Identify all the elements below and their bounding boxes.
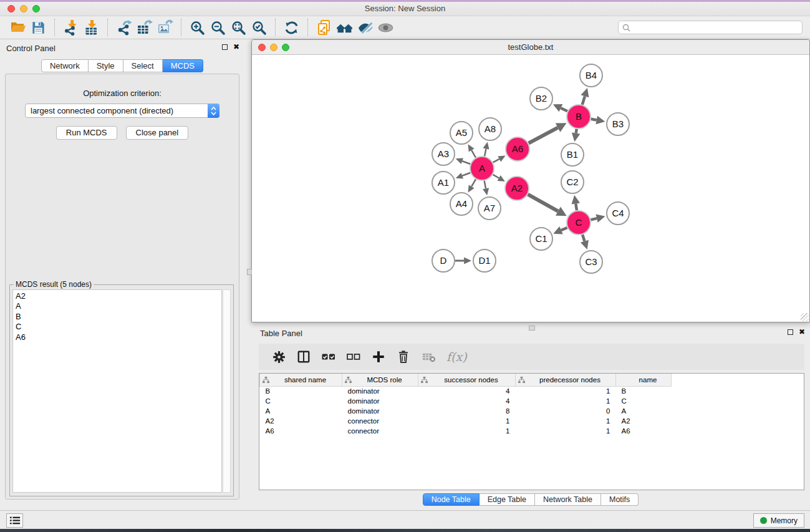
hide-network-icon[interactable] <box>355 18 375 37</box>
tab-mcds[interactable]: MCDS <box>163 59 203 72</box>
column-header-successor-nodes[interactable]: successor nodes <box>418 374 516 386</box>
cell-shared-name[interactable]: B <box>260 386 342 396</box>
cell-mcds-role[interactable]: dominator <box>342 396 418 406</box>
cell-predecessor-nodes[interactable]: 1 <box>516 396 616 406</box>
minimize-window-button[interactable] <box>20 5 27 12</box>
cell-shared-name[interactable]: A <box>260 406 342 416</box>
create-new-column-icon[interactable] <box>370 349 387 365</box>
graph-edge-B-B2[interactable] <box>561 108 567 111</box>
show-network-icon[interactable] <box>375 18 396 37</box>
cell-name[interactable]: A <box>616 406 672 416</box>
export-image-icon[interactable] <box>155 18 175 37</box>
graph-edge-C-C1[interactable] <box>561 228 567 230</box>
zoom-window-button[interactable] <box>282 44 289 51</box>
cell-successor-nodes[interactable]: 1 <box>418 426 516 436</box>
cell-name[interactable]: C <box>616 396 672 406</box>
zoom-fit-icon[interactable] <box>228 18 249 37</box>
tab-motifs[interactable]: Motifs <box>601 493 639 506</box>
close-panel-button[interactable]: Close panel <box>126 126 189 140</box>
graph-edge-A6-B[interactable] <box>529 128 558 143</box>
export-table-icon[interactable] <box>134 18 155 37</box>
select-all-columns-icon[interactable] <box>321 349 337 365</box>
float-panel-icon[interactable] <box>222 44 228 50</box>
import-table-icon[interactable] <box>81 18 102 37</box>
vertical-splitter-handle[interactable] <box>247 269 252 275</box>
graph-edge-A-A2[interactable] <box>493 175 499 178</box>
float-panel-icon[interactable] <box>788 329 793 335</box>
table-row-a6[interactable]: A6connector11A6 <box>260 426 672 436</box>
show-all-networks-icon[interactable] <box>334 18 355 37</box>
network-window-titlebar[interactable]: testGlobe.txt <box>252 40 809 55</box>
cell-successor-nodes[interactable]: 4 <box>418 386 516 396</box>
cell-successor-nodes[interactable]: 4 <box>418 396 516 406</box>
settings-gear-icon[interactable] <box>271 349 287 365</box>
graph-edge-A-A4[interactable] <box>471 179 476 186</box>
cell-name[interactable]: A6 <box>616 426 672 436</box>
criterion-select[interactable]: largest connected component (directed) <box>25 104 219 118</box>
delete-columns-icon[interactable] <box>395 349 412 365</box>
tab-select[interactable]: Select <box>123 59 163 72</box>
tab-style[interactable]: Style <box>89 59 123 72</box>
column-header-mcds-role[interactable]: MCDS role <box>342 374 418 386</box>
graph-edge-C-C4[interactable] <box>591 218 597 220</box>
cell-shared-name[interactable]: C <box>260 396 342 406</box>
cell-mcds-role[interactable]: dominator <box>342 386 418 396</box>
graph-edge-A-A7[interactable] <box>485 181 486 189</box>
close-window-button[interactable] <box>258 44 266 51</box>
cell-mcds-role[interactable]: connector <box>342 426 418 436</box>
graph-edge-A-A6[interactable] <box>493 159 499 163</box>
import-network-icon[interactable] <box>60 18 81 37</box>
graph-edge-A2-C[interactable] <box>528 195 557 211</box>
graph-edge-B-B3[interactable] <box>591 119 597 120</box>
search-field[interactable] <box>618 21 803 34</box>
table-row-c[interactable]: Cdominator41C <box>260 396 672 406</box>
cell-predecessor-nodes[interactable]: 1 <box>516 426 616 436</box>
open-session-icon[interactable] <box>7 18 28 37</box>
zoom-out-icon[interactable] <box>208 18 228 37</box>
graph-edge-B-B4[interactable] <box>582 96 585 105</box>
run-mcds-button[interactable]: Run MCDS <box>56 126 117 140</box>
table-row-a[interactable]: Adominator80A <box>260 406 672 416</box>
result-item-b[interactable]: B <box>16 312 221 322</box>
result-item-c[interactable]: C <box>16 322 221 332</box>
graph-edge-A-A5[interactable] <box>471 150 476 158</box>
cell-mcds-role[interactable]: connector <box>342 416 418 426</box>
resize-grip-icon[interactable] <box>801 313 809 321</box>
graph-edge-A-A3[interactable] <box>462 161 470 164</box>
tab-node-table[interactable]: Node Table <box>423 493 480 506</box>
refresh-layout-icon[interactable] <box>281 18 302 37</box>
column-header-predecessor-nodes[interactable]: predecessor nodes <box>516 374 616 386</box>
minimize-window-button[interactable] <box>270 44 277 51</box>
cell-shared-name[interactable]: A2 <box>260 416 342 426</box>
cell-successor-nodes[interactable]: 8 <box>418 406 516 416</box>
tab-network[interactable]: Network <box>41 59 89 72</box>
save-session-icon[interactable] <box>28 18 49 37</box>
close-panel-icon[interactable]: ✖ <box>799 329 805 336</box>
close-window-button[interactable] <box>7 5 15 12</box>
duplicate-network-icon[interactable] <box>314 18 334 37</box>
cell-shared-name[interactable]: A6 <box>260 426 342 436</box>
cell-name[interactable]: A2 <box>616 416 672 426</box>
cell-name[interactable]: B <box>616 386 672 396</box>
network-canvas[interactable]: AA1A2A3A4A5A6A7A8BB1B2B3B4CC1C2C3C4DD1 <box>253 56 809 321</box>
zoom-in-icon[interactable] <box>187 18 208 37</box>
tab-network-table[interactable]: Network Table <box>535 493 601 506</box>
zoom-selected-icon[interactable] <box>249 18 269 37</box>
cell-predecessor-nodes[interactable]: 0 <box>516 406 616 416</box>
graph-edge-A-A1[interactable] <box>462 173 470 176</box>
result-scrollbar[interactable] <box>223 289 231 493</box>
table-row-a2[interactable]: A2connector11A2 <box>260 416 672 426</box>
column-header-shared-name[interactable]: shared name <box>260 374 342 386</box>
table-row-b[interactable]: Bdominator41B <box>260 386 672 396</box>
graph-edge-C-C3[interactable] <box>582 235 584 241</box>
show-columns-icon[interactable] <box>296 349 312 365</box>
cell-predecessor-nodes[interactable]: 1 <box>516 416 616 426</box>
cell-mcds-role[interactable]: dominator <box>342 406 418 416</box>
graph-edge-A-A8[interactable] <box>485 149 486 157</box>
column-header-name[interactable]: name <box>616 374 672 386</box>
zoom-window-button[interactable] <box>32 5 40 12</box>
cell-predecessor-nodes[interactable]: 1 <box>516 386 616 396</box>
result-item-a6[interactable]: A6 <box>16 332 221 342</box>
export-network-icon[interactable] <box>113 18 134 37</box>
close-panel-icon[interactable]: ✖ <box>233 44 239 51</box>
